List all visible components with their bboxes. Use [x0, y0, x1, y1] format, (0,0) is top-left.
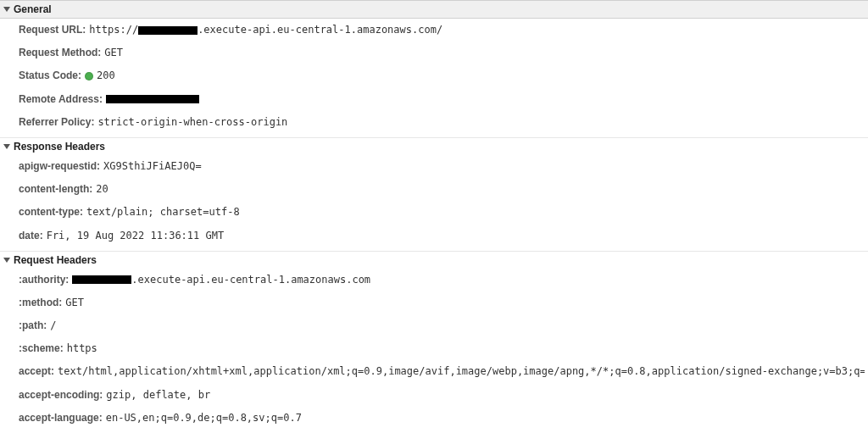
label: date:: [19, 228, 43, 244]
section-title: Response Headers: [14, 141, 105, 153]
label: Referrer Policy:: [19, 114, 94, 130]
row-remote-address: Remote Address:: [0, 88, 868, 111]
label: Request Method:: [19, 45, 101, 61]
value: text/html,application/xhtml+xml,applicat…: [58, 364, 865, 380]
value: [106, 92, 199, 108]
value: gzip, deflate, br: [106, 387, 210, 403]
section-body-general: Request URL: https://.execute-api.eu-cen…: [0, 19, 868, 137]
value: XG9SthiJFiAEJ0Q=: [103, 158, 202, 175]
row-content-type: content-type: text/plain; charset=utf-8: [0, 201, 868, 224]
label: content-length:: [19, 181, 92, 197]
label: apigw-requestid:: [19, 158, 100, 175]
value: https: [67, 341, 97, 357]
row-cache-control: cache-control: no-cache: [0, 430, 868, 433]
redacted-text: [138, 26, 198, 35]
value: 200: [85, 68, 115, 84]
value: Fri, 19 Aug 2022 11:36:11 GMT: [47, 228, 225, 244]
row-path: :path: /: [0, 314, 868, 337]
value: GET: [65, 295, 84, 311]
value: .execute-api.eu-central-1.amazonaws.com: [72, 272, 370, 288]
redacted-text: [72, 275, 131, 284]
label: :authority:: [19, 272, 69, 288]
value: https://.execute-api.eu-central-1.amazon…: [89, 22, 442, 38]
url-prefix: https://: [89, 24, 138, 36]
chevron-down-icon: [3, 144, 10, 149]
label: accept-encoding:: [19, 387, 103, 403]
section-title: Request Headers: [14, 254, 97, 266]
url-suffix: .execute-api.eu-central-1.amazonaws.com/: [198, 24, 442, 36]
label: accept:: [19, 364, 54, 380]
row-content-length: content-length: 20: [0, 178, 868, 201]
row-request-url: Request URL: https://.execute-api.eu-cen…: [0, 19, 868, 42]
row-authority: :authority: .execute-api.eu-central-1.am…: [0, 269, 868, 291]
section-body-request-headers: :authority: .execute-api.eu-central-1.am…: [0, 269, 868, 433]
row-accept-language: accept-language: en-US,en;q=0.9,de;q=0.8…: [0, 407, 868, 430]
status-code-text: 200: [97, 69, 115, 81]
chevron-down-icon: [3, 258, 10, 263]
label: content-type:: [19, 204, 83, 220]
label: Status Code:: [19, 68, 81, 84]
label: :path:: [19, 318, 47, 334]
label: :scheme:: [19, 341, 64, 357]
chevron-down-icon: [3, 7, 10, 12]
section-header-request-headers[interactable]: Request Headers: [0, 251, 868, 269]
value: GET: [104, 45, 123, 61]
redacted-text: [106, 95, 199, 103]
label: :method:: [19, 295, 62, 311]
label: accept-language:: [19, 410, 103, 426]
value: /: [50, 318, 56, 334]
section-title: General: [14, 3, 52, 15]
value: en-US,en;q=0.9,de;q=0.8,sv;q=0.7: [106, 410, 302, 426]
row-date: date: Fri, 19 Aug 2022 11:36:11 GMT: [0, 225, 868, 247]
section-header-response-headers[interactable]: Response Headers: [0, 137, 868, 155]
row-referrer-policy: Referrer Policy: strict-origin-when-cros…: [0, 111, 868, 134]
row-method: :method: GET: [0, 291, 868, 314]
status-dot-icon: [85, 72, 93, 80]
row-accept: accept: text/html,application/xhtml+xml,…: [0, 360, 868, 383]
authority-suffix: .execute-api.eu-central-1.amazonaws.com: [131, 274, 370, 286]
row-status-code: Status Code: 200: [0, 64, 868, 87]
label: Request URL:: [19, 22, 86, 38]
section-header-general[interactable]: General: [0, 0, 868, 19]
row-apigw-requestid: apigw-requestid: XG9SthiJFiAEJ0Q=: [0, 155, 868, 178]
section-body-response-headers: apigw-requestid: XG9SthiJFiAEJ0Q= conten…: [0, 155, 868, 251]
row-scheme: :scheme: https: [0, 337, 868, 360]
value: text/plain; charset=utf-8: [86, 204, 240, 220]
value: 20: [96, 181, 108, 197]
value: strict-origin-when-cross-origin: [97, 114, 287, 130]
label: Remote Address:: [19, 92, 103, 108]
row-request-method: Request Method: GET: [0, 42, 868, 64]
row-accept-encoding: accept-encoding: gzip, deflate, br: [0, 384, 868, 407]
